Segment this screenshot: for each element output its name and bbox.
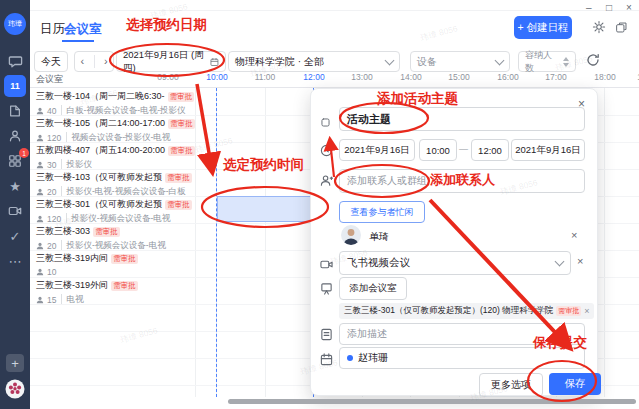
- person-icon: [8, 129, 22, 143]
- attendee-avatar[interactable]: [341, 225, 361, 245]
- room-list-item[interactable]: 三教一楼-105（周二14:00-17:00需审批 120视频会议设备-投影仪-…: [30, 115, 196, 142]
- room-list-item[interactable]: 三教一楼-103（仅可教师发起预需审批 20投影仪-电视-视频会议设备-白板: [30, 169, 196, 196]
- meeting-room-icon: [320, 281, 333, 294]
- current-date-label: 2021年9月16日 (周四): [123, 49, 206, 75]
- capacity-placeholder: 容纳人数: [525, 49, 559, 75]
- tasks-icon[interactable]: ✓: [4, 225, 26, 247]
- capacity-icon: [36, 296, 44, 304]
- calendar-icon-active[interactable]: 11: [4, 75, 26, 97]
- room-name: 三教三楼-303: [36, 225, 90, 238]
- date-picker-field[interactable]: 2021年9月16日 (周四): [116, 51, 226, 72]
- annotation-add-contact: 添加联系人: [430, 171, 495, 189]
- view-busy-button[interactable]: 查看参与者忙闲: [339, 201, 425, 223]
- more-apps-icon[interactable]: ⋯: [4, 250, 26, 272]
- org-logo[interactable]: [5, 379, 25, 403]
- workbench-icon[interactable]: 1: [4, 150, 26, 172]
- description-icon: [320, 327, 333, 340]
- watermark: 玮璋 8056: [194, 135, 234, 156]
- user-avatar[interactable]: 玮璋: [4, 13, 26, 35]
- hour-label: 14:00: [397, 72, 425, 82]
- room-equipment: 白板-视频会议设备-电视-投影仪: [61, 105, 185, 115]
- room-list-item[interactable]: 三教三楼-319内间需审批 10: [30, 250, 196, 277]
- timeline-gridline: [265, 88, 266, 397]
- flower-emblem-icon: [5, 379, 25, 399]
- room-list-item[interactable]: 三教一楼-104（周一周二晚6:30-需审批 40白板-视频会议设备-电视-投影…: [30, 88, 196, 115]
- remove-attendee-icon[interactable]: ×: [571, 229, 577, 241]
- org-filter-value: 物理科学学院 · 全部: [235, 55, 324, 69]
- capacity-input[interactable]: 容纳人数: [518, 51, 576, 72]
- refresh-icon[interactable]: [586, 53, 600, 71]
- save-button[interactable]: 保存: [549, 373, 601, 395]
- tab-calendar[interactable]: 日历: [40, 21, 65, 38]
- remove-room-icon[interactable]: ×: [584, 306, 589, 316]
- capacity-icon: [36, 161, 44, 169]
- selected-room-tag[interactable]: 三教三楼-301（仅可教师发起预定）(120) 物理科学学院 需审批 ×: [339, 303, 594, 319]
- messages-icon[interactable]: [4, 50, 26, 72]
- hour-label: 11:00: [251, 72, 279, 82]
- window-close-button[interactable]: ×: [626, 2, 632, 13]
- capacity-stepper[interactable]: [563, 57, 569, 67]
- add-app-button[interactable]: +: [6, 354, 24, 372]
- start-time-field[interactable]: 10:00: [419, 139, 457, 161]
- window-maximize-button[interactable]: □: [606, 2, 612, 13]
- window-minimize-button[interactable]: –: [586, 2, 592, 13]
- room-tag-label: 三教三楼-301（仅可教师发起预定）(120) 物理科学学院: [344, 305, 553, 317]
- selection-start-dashed-line: [216, 88, 217, 397]
- today-button[interactable]: 今天: [34, 51, 68, 72]
- end-date-field[interactable]: 2021年9月16日: [511, 139, 585, 161]
- video-meeting-icon[interactable]: [4, 200, 26, 222]
- org-filter-select[interactable]: 物理科学学院 · 全部: [228, 51, 400, 72]
- room-capacity: 120: [47, 214, 61, 223]
- color-square-icon[interactable]: [320, 114, 333, 127]
- favorites-icon[interactable]: ★: [4, 175, 26, 197]
- capacity-icon: [36, 268, 44, 276]
- room-list-item[interactable]: 三教三楼-303需审批 20投影仪-视频会议设备-电视: [30, 223, 196, 250]
- portrait-photo-icon: [341, 225, 361, 245]
- hour-label: 09:00: [154, 72, 182, 82]
- approval-badge: 需审批: [93, 227, 120, 237]
- docs-icon[interactable]: [4, 100, 26, 122]
- ellipsis-icon: ⋯: [9, 254, 22, 269]
- hour-label: 19:00: [634, 72, 639, 82]
- room-list-item-selected[interactable]: 三教三楼-301（仅可教师发起预需审批 120投影仪-视频会议设备-电视: [30, 196, 196, 223]
- nav-divider: [94, 55, 95, 68]
- room-list-item[interactable]: 三教三楼-319外间需审批 15电视: [30, 277, 196, 304]
- annotation-save-submit: 保存提交: [533, 334, 587, 352]
- chat-bubble-icon: [8, 54, 23, 69]
- window-switch-icon[interactable]: [615, 20, 628, 38]
- hour-label: 15:00: [445, 72, 473, 82]
- approval-badge: 需审批: [165, 200, 192, 210]
- prev-day-button[interactable]: ‹: [75, 52, 90, 71]
- room-list-item[interactable]: 五教四楼-407（周五14:00-20:00需审批 30投影仪: [30, 142, 196, 169]
- hour-label: 13:00: [348, 72, 376, 82]
- plus-icon: +: [11, 356, 19, 371]
- subject-input[interactable]: 活动主题: [339, 107, 585, 131]
- active-tab-underline: [62, 40, 94, 42]
- video-meeting-select[interactable]: 飞书视频会议: [339, 251, 571, 275]
- tab-meeting-rooms[interactable]: 会议室: [64, 21, 102, 38]
- horizontal-scrollbar[interactable]: [228, 399, 636, 404]
- create-event-button[interactable]: + 创建日程: [514, 16, 572, 39]
- chevron-down-icon: [385, 55, 395, 65]
- capacity-icon: [36, 107, 44, 115]
- more-options-button[interactable]: 更多选项: [479, 373, 543, 397]
- notification-badge: 1: [19, 148, 29, 158]
- approval-badge: 需审批: [111, 281, 138, 291]
- attendee-name: 单琦: [369, 230, 389, 244]
- date-nav-group: ‹ ›: [74, 51, 114, 72]
- device-filter-select[interactable]: 设备: [410, 51, 510, 72]
- settings-gear-icon[interactable]: [592, 20, 606, 38]
- contacts-icon[interactable]: [4, 125, 26, 147]
- room-equipment: 投影仪-视频会议设备-电视: [61, 240, 165, 250]
- selected-time-block[interactable]: [217, 196, 313, 222]
- approval-badge: 需审批: [168, 92, 195, 102]
- start-date-field[interactable]: 2021年9月16日: [339, 139, 415, 161]
- room-list: 三教一楼-104（周一周二晚6:30-需审批 40白板-视频会议设备-电视-投影…: [30, 88, 196, 397]
- remove-video-icon[interactable]: ×: [577, 255, 583, 267]
- capacity-icon: [36, 242, 44, 250]
- add-room-button[interactable]: 添加会议室: [339, 277, 407, 300]
- calendar-color-dot: [347, 355, 353, 361]
- end-time-field[interactable]: 12:00: [471, 139, 509, 161]
- next-day-button[interactable]: ›: [99, 52, 114, 71]
- end-date-value: 2021年9月16日: [515, 144, 580, 157]
